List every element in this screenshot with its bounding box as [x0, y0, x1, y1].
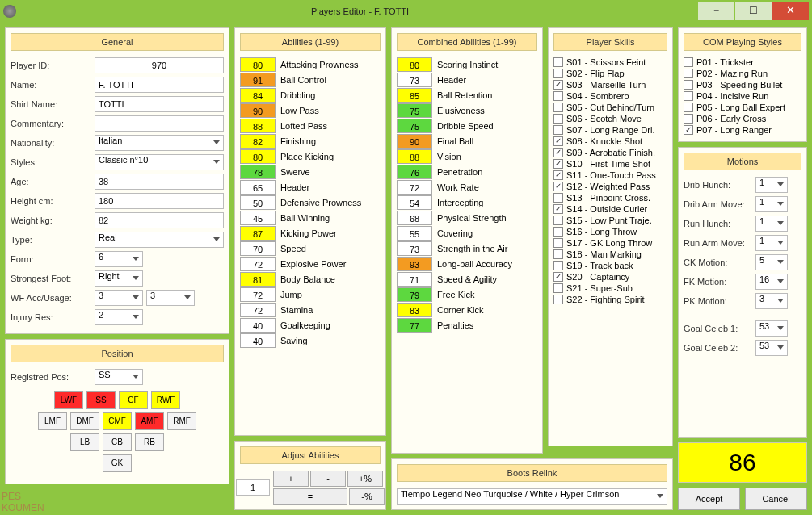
ability-value[interactable]: 55 — [397, 226, 432, 241]
position-gk[interactable]: GK — [103, 454, 132, 472]
weight-input[interactable] — [95, 212, 224, 228]
skill-item[interactable]: S22 - Fighting Spirit — [553, 295, 667, 304]
ability-value[interactable]: 76 — [397, 165, 432, 179]
ability-value[interactable]: 71 — [397, 272, 432, 287]
nationality-select[interactable]: Italian — [95, 135, 224, 151]
skill-item[interactable]: ✓S09 - Acrobatic Finish. — [553, 148, 667, 157]
skill-item[interactable]: S13 - Pinpoint Cross. — [553, 193, 667, 203]
ability-value[interactable]: 54 — [397, 195, 432, 210]
ability-value[interactable]: 75 — [397, 103, 432, 118]
skill-item[interactable]: S04 - Sombrero — [553, 91, 667, 101]
age-input[interactable] — [95, 174, 224, 190]
ability-value[interactable]: 80 — [397, 57, 432, 72]
position-select[interactable]: SS — [95, 369, 143, 385]
ability-value[interactable]: 68 — [397, 211, 432, 225]
ability-value[interactable]: 45 — [240, 211, 276, 225]
injury-select[interactable]: 2 — [95, 309, 143, 325]
accept-button[interactable]: Accept — [678, 488, 740, 510]
skill-item[interactable]: P03 - Speeding Bullet — [684, 80, 801, 90]
ability-value[interactable]: 83 — [397, 303, 432, 317]
skill-item[interactable]: S01 - Scissors Feint — [553, 57, 667, 67]
skill-item[interactable]: S16 - Long Throw — [553, 227, 667, 237]
ability-value[interactable]: 78 — [240, 165, 276, 179]
player-id-input[interactable] — [95, 57, 224, 73]
ability-value[interactable]: 65 — [240, 180, 276, 195]
ability-value[interactable]: 90 — [240, 103, 276, 118]
motion-select[interactable]: 1 — [755, 177, 788, 193]
skill-item[interactable]: P05 - Long Ball Expert — [684, 103, 801, 112]
skill-item[interactable]: S05 - Cut Behind/Turn — [553, 103, 667, 112]
position-cb[interactable]: CB — [103, 433, 132, 451]
plus-button[interactable]: + — [273, 471, 309, 487]
motion-select[interactable]: 1 — [755, 196, 788, 212]
form-select[interactable]: 6 — [95, 251, 143, 267]
type-select[interactable]: Real — [95, 232, 224, 248]
ability-value[interactable]: 88 — [240, 119, 276, 133]
ability-value[interactable]: 91 — [240, 73, 276, 87]
ability-value[interactable]: 50 — [240, 195, 276, 210]
commentary-input[interactable] — [95, 115, 224, 132]
skill-item[interactable]: ✓P07 - Long Ranger — [684, 125, 801, 135]
ability-value[interactable]: 82 — [240, 134, 276, 149]
skill-item[interactable]: S21 - Super-Sub — [553, 283, 667, 293]
foot-select[interactable]: Right — [95, 270, 143, 287]
position-ss[interactable]: SS — [86, 391, 116, 409]
skill-item[interactable]: P06 - Early Cross — [684, 114, 801, 124]
position-amf[interactable]: AMF — [135, 412, 164, 430]
ability-value[interactable]: 80 — [240, 57, 276, 72]
ability-value[interactable]: 40 — [240, 333, 276, 348]
close-button[interactable]: ✕ — [772, 2, 809, 20]
height-input[interactable] — [95, 193, 224, 209]
position-cmf[interactable]: CMF — [103, 412, 132, 430]
skill-item[interactable]: ✓S12 - Weighted Pass — [553, 182, 667, 191]
skill-item[interactable]: P02 - Mazing Run — [684, 69, 801, 78]
motion-select[interactable]: 1 — [755, 235, 788, 251]
skill-item[interactable]: S19 - Track back — [553, 261, 667, 270]
position-rmf[interactable]: RMF — [167, 412, 196, 430]
ability-value[interactable]: 90 — [397, 134, 432, 149]
ability-value[interactable]: 72 — [240, 303, 276, 317]
wfusage-select[interactable]: 3 — [146, 290, 195, 306]
styles-select[interactable]: Classic n°10 — [95, 154, 224, 170]
skill-item[interactable]: ✓S10 - First-Time Shot — [553, 159, 667, 169]
motion-select[interactable]: 1 — [755, 216, 788, 232]
ability-value[interactable]: 77 — [397, 318, 432, 333]
minus-button[interactable]: - — [310, 471, 346, 487]
motion-select[interactable]: 5 — [755, 254, 788, 270]
position-lb[interactable]: LB — [70, 433, 99, 451]
skill-item[interactable]: ✓S11 - One-Touch Pass — [553, 170, 667, 180]
skill-item[interactable]: P01 - Trickster — [684, 57, 801, 67]
ability-value[interactable]: 70 — [240, 241, 276, 256]
skill-item[interactable]: S18 - Man Marking — [553, 249, 667, 259]
position-cf[interactable]: CF — [119, 391, 148, 409]
wfacc-select[interactable]: 3 — [95, 290, 143, 306]
skill-item[interactable]: ✓S08 - Knuckle Shot — [553, 136, 667, 146]
skill-item[interactable]: S07 - Long Range Dri. — [553, 125, 667, 135]
ability-value[interactable]: 73 — [397, 241, 432, 256]
adjust-value-input[interactable] — [236, 479, 270, 496]
skill-item[interactable]: ✓S03 - Marseille Turn — [553, 80, 667, 90]
maximize-button[interactable]: ☐ — [735, 2, 772, 20]
skill-item[interactable]: S02 - Flip Flap — [553, 69, 667, 78]
skill-item[interactable]: P04 - Incisive Run — [684, 91, 801, 101]
ability-value[interactable]: 87 — [240, 226, 276, 241]
ability-value[interactable]: 93 — [397, 257, 432, 271]
celeb1-select[interactable]: 53 — [755, 320, 788, 337]
motion-select[interactable]: 3 — [755, 293, 788, 309]
ability-value[interactable]: 75 — [397, 119, 432, 133]
position-rb[interactable]: RB — [135, 433, 164, 451]
skill-item[interactable]: ✓S14 - Outside Curler — [553, 204, 667, 214]
position-lmf[interactable]: LMF — [38, 412, 67, 430]
ability-value[interactable]: 72 — [240, 257, 276, 271]
celeb2-select[interactable]: 53 — [755, 340, 788, 356]
position-dmf[interactable]: DMF — [70, 412, 99, 430]
ability-value[interactable]: 73 — [397, 73, 432, 87]
skill-item[interactable]: S06 - Scotch Move — [553, 114, 667, 124]
ability-value[interactable]: 72 — [397, 180, 432, 195]
name-input[interactable] — [95, 77, 224, 93]
ability-value[interactable]: 72 — [240, 287, 276, 302]
motion-select[interactable]: 16 — [755, 274, 788, 290]
ability-value[interactable]: 81 — [240, 272, 276, 287]
minimize-button[interactable]: − — [698, 2, 734, 20]
skill-item[interactable]: S15 - Low Punt Traje. — [553, 216, 667, 225]
